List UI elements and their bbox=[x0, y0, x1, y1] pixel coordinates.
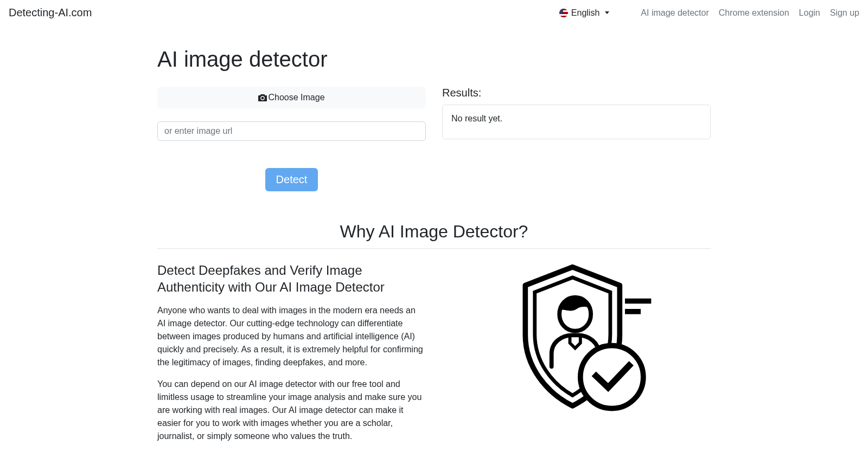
input-column: Choose Image Detect bbox=[157, 87, 426, 191]
language-label: English bbox=[571, 8, 599, 18]
content-text: Detect Deepfakes and Verify Image Authen… bbox=[157, 262, 423, 451]
content-paragraph-1: Anyone who wants to deal with images in … bbox=[157, 304, 423, 369]
flag-icon bbox=[559, 9, 568, 17]
detect-button[interactable]: Detect bbox=[265, 168, 318, 191]
chevron-down-icon bbox=[605, 11, 609, 14]
content-heading: Detect Deepfakes and Verify Image Authen… bbox=[157, 262, 423, 295]
choose-image-button[interactable]: Choose Image bbox=[157, 87, 426, 108]
results-column: Results: No result yet. bbox=[442, 87, 711, 191]
nav-link-login[interactable]: Login bbox=[799, 8, 820, 18]
content-paragraph-2: You can depend on our AI image detector … bbox=[157, 378, 423, 443]
shield-verify-icon bbox=[499, 262, 656, 414]
main-container: AI image detector Choose Image Detect Re… bbox=[149, 47, 719, 451]
content-image bbox=[445, 262, 711, 451]
language-selector[interactable]: English bbox=[559, 8, 609, 18]
nav-link-signup[interactable]: Sign up bbox=[830, 8, 859, 18]
camera-icon bbox=[258, 94, 267, 101]
results-box: No result yet. bbox=[442, 105, 711, 139]
nav-link-extension[interactable]: Chrome extension bbox=[719, 8, 789, 18]
nav-link-detector[interactable]: AI image detector bbox=[641, 8, 709, 18]
content-row: Detect Deepfakes and Verify Image Authen… bbox=[157, 262, 711, 451]
image-url-input[interactable] bbox=[157, 121, 426, 141]
section-divider bbox=[157, 248, 711, 249]
results-label: Results: bbox=[442, 87, 711, 99]
navbar: Detecting-AI.com English AI image detect… bbox=[0, 0, 868, 25]
svg-point-2 bbox=[580, 346, 643, 409]
page-title: AI image detector bbox=[157, 47, 711, 72]
main-row: Choose Image Detect Results: No result y… bbox=[157, 87, 711, 191]
why-section-title: Why AI Image Detector? bbox=[157, 222, 711, 242]
brand-logo[interactable]: Detecting-AI.com bbox=[9, 7, 92, 19]
nav-right: English AI image detector Chrome extensi… bbox=[559, 8, 859, 18]
choose-image-label: Choose Image bbox=[268, 93, 324, 102]
